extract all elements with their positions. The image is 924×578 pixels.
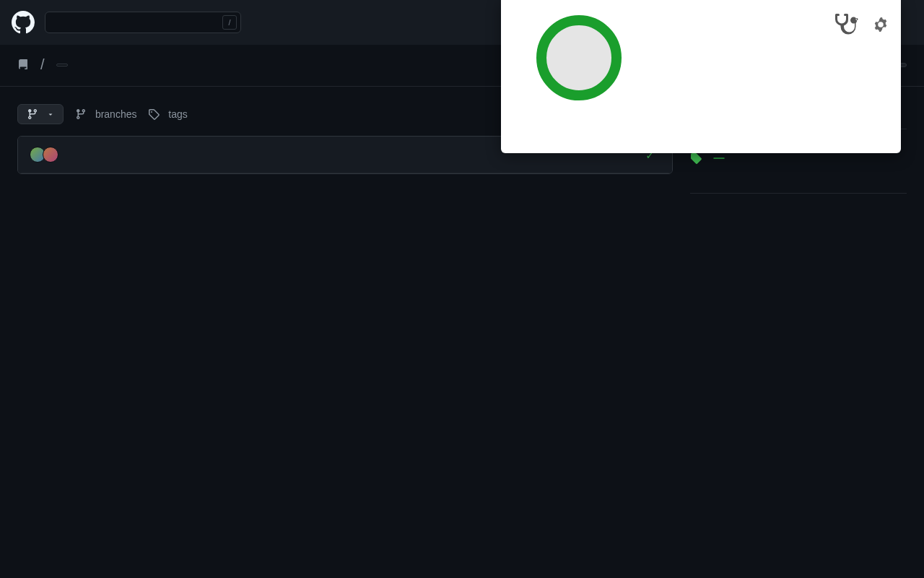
tag-icon — [690, 152, 702, 164]
tags-link[interactable]: tags — [148, 108, 187, 120]
gear-icon[interactable] — [873, 17, 888, 32]
commit-avatars — [30, 147, 58, 163]
repo-icon — [17, 59, 29, 71]
github-logo-icon[interactable] — [12, 11, 35, 34]
branch-select-button[interactable] — [17, 104, 64, 124]
stethoscope-overlay — [501, 0, 901, 153]
visibility-badge — [56, 64, 68, 66]
git-branch-icon — [75, 108, 87, 120]
latest-badge — [713, 158, 725, 159]
search-input[interactable] — [45, 12, 241, 33]
branches-link[interactable]: branches — [75, 108, 136, 120]
score-percent — [533, 12, 625, 104]
score-ring — [533, 12, 625, 104]
stethoscope-icon — [833, 12, 859, 38]
chevron-down-icon — [47, 111, 54, 118]
tag-icon — [148, 108, 160, 120]
avatar — [43, 147, 58, 163]
search-hotkey-hint: / — [222, 15, 237, 30]
git-branch-icon — [27, 108, 38, 120]
